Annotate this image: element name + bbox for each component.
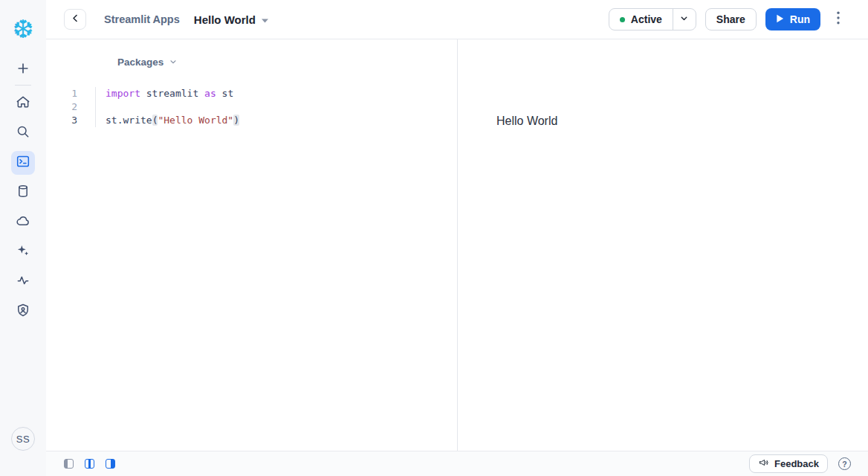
sidebar-item-admin[interactable] [11,300,35,324]
line-number: 2 [46,100,77,114]
code-token-keyword: import [106,88,140,99]
chevron-left-icon [70,13,81,27]
sidebar-item-activity[interactable] [11,270,35,294]
layout-preview-only-icon[interactable] [106,459,115,469]
add-button[interactable] [11,58,35,82]
sidebar-item-cloud[interactable] [11,210,35,234]
layout-editor-only-icon[interactable] [64,459,74,469]
header: Streamlit Apps Hello World Active Sh [46,0,868,39]
code-token-plain [140,88,146,99]
back-button[interactable] [64,9,86,30]
share-button[interactable]: Share [705,8,757,30]
content: Packages 123 import streamlit as stst.wr… [46,39,868,451]
sidebar-item-search[interactable] [11,121,35,145]
line-number: 3 [46,114,77,127]
code-line[interactable]: st.write("Hello World") [106,114,239,127]
code-editor[interactable]: 123 import streamlit as stst.write("Hell… [46,87,457,127]
header-actions: Active Share Run [609,8,846,30]
code-editor-panel: Packages 123 import streamlit as stst.wr… [46,39,458,451]
caret-down-icon [262,13,268,26]
line-number-gutter: 123 [46,87,96,127]
layout-split-view-icon[interactable] [85,459,94,469]
app-output-text: Hello World [496,115,868,128]
run-button[interactable]: Run [765,8,820,30]
status-caret-button[interactable] [673,9,696,30]
kebab-icon [837,11,840,28]
breadcrumb[interactable]: Streamlit Apps [104,13,180,25]
feedback-label: Feedback [774,458,819,469]
code-token-variable: st [106,115,117,126]
bottom-bar: Feedback ? [46,451,868,476]
code-token-variable: streamlit [146,88,198,99]
sidebar-item-ai-ml[interactable] [11,240,35,264]
sidebar: ❆ [0,0,46,476]
megaphone-icon [758,457,769,470]
shield-user-icon [16,303,30,321]
status-label: Active [631,13,662,25]
app-preview-panel: Hello World [458,39,868,451]
status-dropdown: Active [609,8,696,30]
search-icon [16,124,30,142]
packages-row: Packages [46,39,457,67]
sparkles-icon [16,243,30,261]
main-area: Streamlit Apps Hello World Active Sh [46,0,868,476]
cloud-icon [16,213,30,231]
page-title: Hello World [194,13,256,26]
code-token-plain [216,88,222,99]
line-number: 1 [46,87,77,100]
code-token-variable: write [123,115,152,126]
home-icon [16,94,30,112]
feedback-button[interactable]: Feedback [749,454,828,473]
database-icon [16,184,30,202]
chevron-down-icon[interactable] [169,57,178,66]
bottom-right-actions: Feedback ? [749,454,851,473]
chevron-down-icon [679,13,689,26]
code-token-keyword: as [204,88,216,99]
code-token-variable: st [222,88,234,99]
code-token-string: "Hello World" [158,115,233,126]
user-avatar[interactable]: SS [11,427,35,451]
code-lines[interactable]: import streamlit as stst.write("Hello Wo… [96,87,239,127]
title-dropdown[interactable] [262,13,268,26]
sidebar-item-home[interactable] [11,91,35,115]
sidebar-divider [15,85,31,86]
plus-icon [16,61,30,79]
packages-dropdown[interactable]: Packages [117,57,163,68]
sidebar-item-projects[interactable] [11,151,35,175]
snowflake-logo-icon: ❆ [13,15,34,43]
more-options-button[interactable] [831,10,846,28]
status-dot-icon [620,17,625,22]
activity-icon [16,273,30,291]
play-icon [776,13,784,25]
code-line[interactable]: import streamlit as st [106,87,239,100]
run-label: Run [790,13,810,25]
code-token-plain [198,88,204,99]
layout-toggles [64,459,115,469]
console-icon [16,154,30,172]
code-line[interactable] [106,100,239,114]
code-token-bracket-match: ) [233,115,239,126]
help-button[interactable]: ? [838,457,851,470]
sidebar-item-data[interactable] [11,181,35,205]
status-button[interactable]: Active [609,9,673,30]
